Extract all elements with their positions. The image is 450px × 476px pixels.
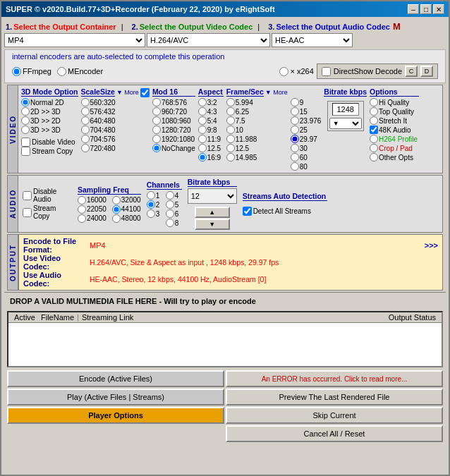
- 3d-normal2d[interactable]: Normal 2D: [21, 98, 78, 106]
- player-options-button[interactable]: Player Options: [7, 407, 224, 424]
- error-message-button[interactable]: An ERROR has occurred. Click to read mor…: [226, 370, 443, 387]
- video-codec-select[interactable]: H.264/AVC: [147, 33, 270, 47]
- opt-topquality[interactable]: Top Quality: [370, 107, 419, 116]
- maximize-button[interactable]: □: [420, 4, 432, 14]
- video-section-wrap: VIDEO 3D Mode Option Normal 2D 2D >> 3D …: [7, 85, 443, 173]
- x264-radio[interactable]: [279, 67, 288, 76]
- bitrate-up-btn[interactable]: ▲: [195, 207, 230, 218]
- fps-9[interactable]: 9: [291, 98, 322, 106]
- fps-2997[interactable]: 29.97: [291, 135, 322, 143]
- opt-h264profile[interactable]: H264 Profile: [370, 135, 419, 143]
- 3d-3dto3d[interactable]: 3D >> 3D: [21, 126, 78, 134]
- scale-560[interactable]: 560:320: [81, 98, 150, 106]
- ch-6[interactable]: 6: [166, 209, 182, 218]
- fps-10[interactable]: 10: [226, 126, 288, 134]
- fps-11988[interactable]: 11.988: [226, 135, 288, 143]
- bitrate-select[interactable]: ▼: [329, 118, 362, 129]
- opt-hiquality[interactable]: Hi Quality: [370, 98, 419, 106]
- ffmpeg-radio[interactable]: [12, 67, 21, 76]
- directshow-checkbox[interactable]: [322, 67, 331, 76]
- scale-more-check[interactable]: [140, 88, 150, 97]
- freq-48000[interactable]: 48000: [112, 214, 141, 223]
- directshow-decode: DirectShow Decode C D: [317, 63, 438, 79]
- mod-1280[interactable]: 1280:720: [152, 126, 195, 134]
- cancel-all-button[interactable]: Cancel All / Reset: [226, 425, 443, 442]
- ch-5[interactable]: 5: [166, 200, 182, 209]
- 3d-3dto2d[interactable]: 3D >> 2D: [21, 116, 78, 125]
- disable-video-check[interactable]: Disable Video: [21, 138, 78, 147]
- close-button[interactable]: ✕: [433, 4, 444, 14]
- disable-audio-check[interactable]: Disable Audio: [23, 188, 72, 203]
- freq-22050[interactable]: 22050: [78, 205, 107, 214]
- ch-8[interactable]: 8: [166, 219, 182, 227]
- mod-nochange[interactable]: NoChange: [152, 144, 195, 152]
- video-section-inner: 3D Mode Option Normal 2D 2D >> 3D 3D >> …: [18, 85, 442, 173]
- 3d-2dto3d[interactable]: 2D >> 3D: [21, 107, 78, 116]
- opt-48k[interactable]: 48K Audio: [370, 126, 419, 134]
- audio-section-body: Disable Audio Stream Copy Sampling Freq …: [18, 175, 443, 233]
- asp-32[interactable]: 3:2: [198, 98, 224, 106]
- fps-15[interactable]: 15: [291, 107, 322, 116]
- fps-80[interactable]: 80: [291, 162, 322, 171]
- detect-all-streams-check[interactable]: Detect All Streams: [243, 207, 327, 216]
- asp-125[interactable]: 12.5: [198, 144, 224, 152]
- opt-stretch[interactable]: Stretch It: [370, 116, 419, 125]
- audio-stream-copy-check[interactable]: Stream Copy: [23, 205, 72, 220]
- stream-copy-check[interactable]: Stream Copy: [21, 147, 78, 156]
- fps-30[interactable]: 30: [291, 144, 322, 152]
- mod-960[interactable]: 960:720: [152, 107, 195, 116]
- step2: 2. Select the Output Video Codec: [132, 23, 253, 31]
- freq-24000[interactable]: 24000: [78, 214, 107, 223]
- fps-23976[interactable]: 23.976: [291, 116, 322, 125]
- x264-radio-label[interactable]: × x264: [279, 67, 313, 76]
- freq-16000[interactable]: 16000: [78, 196, 107, 205]
- drop-zone: DROP A VALID MULTIMEDIA FILE HERE - Will…: [4, 292, 446, 310]
- freq-32000[interactable]: 32000: [112, 196, 141, 205]
- asp-54[interactable]: 5:4: [198, 116, 224, 125]
- scale-576[interactable]: 576:432: [81, 107, 150, 116]
- ch-3[interactable]: 3: [147, 209, 163, 218]
- output-container-select[interactable]: MP4: [4, 33, 145, 47]
- mencoder-radio[interactable]: [57, 67, 66, 76]
- audio-codec-select[interactable]: HE-AAC: [272, 33, 353, 47]
- encode-button[interactable]: Encode (Active Files): [7, 370, 224, 387]
- scale-704b[interactable]: 704:576: [81, 135, 150, 143]
- audio-section-tab: AUDIO: [7, 175, 18, 233]
- fps-25[interactable]: 25: [291, 126, 322, 134]
- mod-1920[interactable]: 1920:1080: [152, 135, 195, 143]
- freq-44100[interactable]: 44100: [112, 205, 141, 214]
- ch-4[interactable]: 4: [166, 191, 182, 200]
- asp-169[interactable]: 16:9: [198, 153, 224, 161]
- asp-98[interactable]: 9:8: [198, 126, 224, 134]
- fps-125[interactable]: 12.5: [226, 144, 288, 152]
- ds-d-button[interactable]: D: [420, 66, 433, 77]
- scale-720[interactable]: 720:480: [81, 144, 150, 152]
- ffmpeg-radio-label[interactable]: FFmpeg: [12, 67, 51, 76]
- ch-2[interactable]: 2: [147, 200, 163, 209]
- fps-625[interactable]: 6.25: [226, 107, 288, 116]
- scale-704a[interactable]: 704:480: [81, 126, 150, 134]
- bitrate-input[interactable]: [332, 103, 359, 116]
- step2-num: 2.: [132, 23, 138, 31]
- ch-1[interactable]: 1: [147, 191, 163, 200]
- fps-5994[interactable]: 5.994: [226, 98, 288, 106]
- minimize-button[interactable]: –: [408, 4, 419, 14]
- mod-1080[interactable]: 1080:960: [152, 116, 195, 125]
- skip-current-button[interactable]: Skip Current: [226, 407, 443, 424]
- ds-c-button[interactable]: C: [405, 66, 418, 77]
- opt-otheropts[interactable]: Other Opts: [370, 153, 419, 161]
- fps-75[interactable]: 7.5: [226, 116, 288, 125]
- frame-more-label: ▼ More: [265, 89, 288, 96]
- asp-119[interactable]: 11:9: [198, 135, 224, 143]
- scale-640[interactable]: 640:480: [81, 116, 150, 125]
- asp-43[interactable]: 4:3: [198, 107, 224, 116]
- opt-croppad[interactable]: Crop / Pad: [370, 144, 419, 152]
- preview-button[interactable]: Preview The Last Rendered File: [226, 389, 443, 405]
- fps-60[interactable]: 60: [291, 153, 322, 161]
- fps-14985[interactable]: 14.985: [226, 153, 288, 161]
- bitrate-down-btn[interactable]: ▼: [195, 219, 230, 230]
- mencoder-radio-label[interactable]: MEncoder: [57, 67, 103, 76]
- play-button[interactable]: Play (Active Files | Streams): [7, 389, 224, 405]
- mod-768[interactable]: 768:576: [152, 98, 195, 106]
- audio-bitrate-select[interactable]: 12: [188, 188, 237, 204]
